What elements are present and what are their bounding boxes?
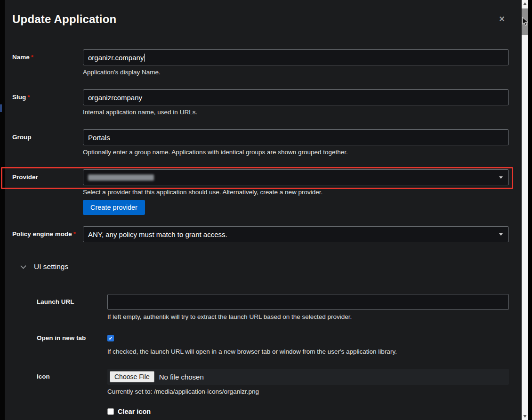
choose-file-button[interactable]: Choose File	[110, 371, 154, 382]
launch-url-help-text: If left empty, authentik will try to ext…	[107, 313, 509, 321]
modal-title: Update Application	[12, 12, 522, 26]
launch-url-row: Launch URL If left empty, authentik will…	[37, 294, 522, 321]
slug-help-text: Internal application name, used in URLs.	[83, 109, 509, 116]
page-root: Update Application × Name* organizr.comp…	[0, 0, 532, 420]
chevron-down-icon	[20, 263, 26, 269]
ui-settings-header[interactable]: UI settings	[21, 262, 522, 271]
text-caret	[144, 54, 145, 62]
required-marker: *	[27, 94, 30, 101]
open-in-new-tab-checkbox[interactable]: ✓	[107, 335, 114, 341]
policy-engine-mode-row: Policy engine mode* ANY, any policy must…	[12, 226, 522, 242]
create-provider-button[interactable]: Create provider	[83, 200, 145, 215]
provider-help-text: Select a provider that this application …	[83, 189, 509, 196]
clear-icon-row: Clear icon	[107, 408, 509, 415]
provider-redacted-value	[88, 174, 154, 181]
group-input[interactable]: Portals	[83, 129, 509, 145]
ui-settings-section: Launch URL If left empty, authentik will…	[12, 294, 522, 415]
slug-label: Slug*	[12, 89, 83, 116]
name-input[interactable]: organizr.company	[83, 49, 509, 65]
group-field-row: Group Portals Optionally enter a group n…	[12, 129, 522, 156]
group-label: Group	[12, 129, 83, 156]
provider-field-row: Provider Select a provider that this app…	[12, 169, 522, 215]
scrollbar-down-arrow[interactable]	[522, 412, 528, 420]
chevron-down-icon	[499, 233, 503, 236]
open-in-new-tab-row: Open in new tab ✓ If checked, the launch…	[37, 334, 522, 356]
name-field-row: Name* organizr.company Application's dis…	[12, 49, 522, 76]
launch-url-label: Launch URL	[37, 294, 107, 321]
clear-icon-label: Clear icon	[118, 408, 151, 415]
icon-field-row: Icon Choose File No file chosen Currentl…	[37, 369, 522, 415]
open-in-new-tab-label: Open in new tab	[37, 334, 107, 356]
open-in-new-tab-help-text: If checked, the launch URL will open in …	[107, 348, 509, 356]
scrollbar-thumb[interactable]	[522, 8, 528, 35]
update-application-modal: Update Application × Name* organizr.comp…	[5, 0, 522, 420]
arrow-up-icon	[523, 2, 527, 5]
clear-icon-checkbox[interactable]	[107, 408, 114, 415]
window-edge-strip	[528, 0, 532, 420]
policy-engine-mode-label: Policy engine mode*	[12, 226, 83, 242]
required-marker: *	[73, 230, 76, 238]
scrollbar-up-arrow[interactable]	[522, 0, 528, 8]
name-help-text: Application's display Name.	[83, 69, 509, 76]
close-icon[interactable]: ×	[499, 14, 505, 24]
policy-engine-mode-select[interactable]: ANY, any policy must match to grant acce…	[83, 226, 509, 242]
group-help-text: Optionally enter a group name. Applicati…	[83, 149, 509, 156]
scrollbar-track[interactable]	[522, 0, 528, 420]
chevron-down-icon	[499, 176, 503, 179]
ui-settings-title: UI settings	[34, 262, 68, 271]
arrow-down-icon	[523, 415, 527, 418]
name-label: Name*	[12, 49, 83, 76]
icon-file-input[interactable]: Choose File No file chosen	[107, 369, 509, 385]
slug-input[interactable]: organizrcompany	[83, 89, 509, 105]
icon-label: Icon	[37, 369, 107, 415]
application-form: Name* organizr.company Application's dis…	[12, 49, 522, 415]
file-status-text: No file chosen	[159, 373, 204, 381]
icon-help-text: Currently set to: /media/application-ico…	[107, 388, 509, 396]
backdrop-artifact	[0, 104, 2, 112]
provider-label: Provider	[12, 169, 83, 215]
slug-field-row: Slug* organizrcompany Internal applicati…	[12, 89, 522, 116]
required-marker: *	[31, 54, 33, 61]
launch-url-input[interactable]	[107, 294, 509, 310]
provider-select[interactable]	[83, 169, 509, 185]
